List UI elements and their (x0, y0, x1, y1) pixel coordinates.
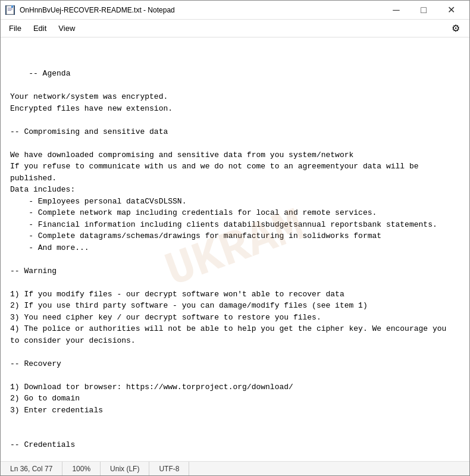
svg-rect-1 (8, 8, 12, 8)
minimize-button[interactable]: ─ (383, 1, 410, 20)
notepad-window: OnHnnBvUej-RECOVER-README.txt - Notepad … (0, 0, 470, 476)
editor-content: -- Agenda Your network/system was encryp… (10, 69, 451, 461)
cursor-position: Ln 36, Col 77 (5, 462, 62, 475)
svg-rect-3 (8, 10, 11, 11)
menu-bar: File Edit View ⚙ (1, 20, 469, 37)
text-editor[interactable]: UKRAM -- Agenda Your network/system was … (1, 37, 469, 461)
line-ending: Unix (LF) (101, 462, 149, 475)
encoding: UTF-8 (149, 462, 189, 475)
settings-icon[interactable]: ⚙ (447, 20, 465, 36)
svg-rect-2 (8, 9, 12, 10)
svg-rect-4 (11, 5, 13, 8)
menu-edit[interactable]: Edit (27, 21, 52, 35)
window-title: OnHnnBvUej-RECOVER-README.txt - Notepad (20, 6, 383, 14)
window-controls: ─ □ ✕ (383, 1, 465, 20)
notepad-icon (5, 5, 15, 15)
title-bar: OnHnnBvUej-RECOVER-README.txt - Notepad … (1, 1, 469, 20)
zoom-level: 100% (62, 462, 101, 475)
status-bar: Ln 36, Col 77 100% Unix (LF) UTF-8 (1, 461, 469, 475)
menu-file[interactable]: File (3, 21, 27, 35)
menu-view[interactable]: View (52, 21, 81, 35)
maximize-button[interactable]: □ (410, 1, 437, 20)
close-button[interactable]: ✕ (437, 1, 465, 20)
